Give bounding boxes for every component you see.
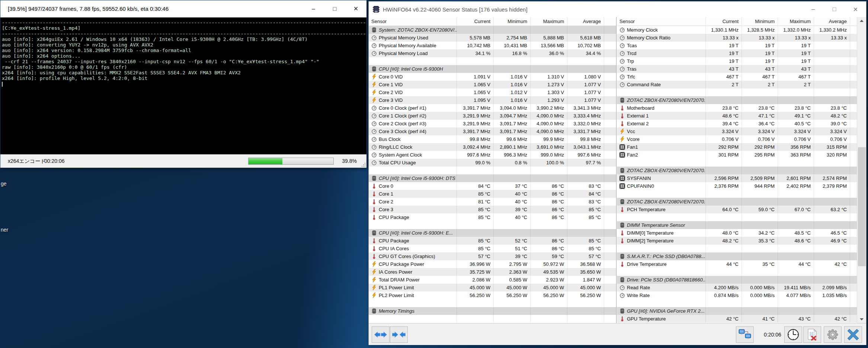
sensor-row[interactable]: CPU IA Cores85 °C51 °C86 °C85 °C [369,245,616,252]
column-header-minimum[interactable]: Minimum [742,17,778,26]
sensor-row[interactable]: Trfc467 T467 T467 T [617,73,857,81]
sensor-row[interactable]: PCH Temperature64.0 °C59.0 °C67.0 °C63.2… [617,206,857,213]
remote-monitoring-button[interactable] [736,326,754,343]
sensor-row[interactable]: Read Rate4.200 MB/s0.000 MB/s19.411 MB/s… [617,284,857,291]
resize-grip[interactable] [361,162,365,167]
sensor-label: Write Rate [627,293,650,298]
close-sensors-button[interactable] [844,326,862,343]
sensor-row[interactable]: Memory Clock Ratio13.33 x13.33 x13.33 x1… [617,34,857,42]
sensor-row[interactable]: Fan1292 RPM292 RPM356 RPM315 RPM [617,143,857,151]
sensor-row[interactable]: Core 1 Clock (perf #2)3,291.9 MHz3,094.7… [369,112,616,120]
sensor-row[interactable]: Write Rate0.874 MB/s0.000 MB/s4.077 MB/s… [617,291,857,299]
column-header-average[interactable]: Average [814,17,850,26]
sensor-row[interactable]: Core 0 VID1.091 V1.016 V1.310 V1.080 V [369,73,616,81]
column-header-current[interactable]: Current [705,17,742,26]
scroll-down-icon[interactable] [857,316,866,323]
sensor-row[interactable]: External 148.6 °C47.1 °C49.1 °C48.2 °C [617,112,857,120]
sensor-row[interactable]: CPU GT Cores (Graphics)57 °C39 °C59 °C57… [369,252,616,260]
column-header-maximum[interactable]: Maximum [778,17,814,26]
sensor-value: 23.8 °C [705,104,742,112]
sensor-row[interactable]: Core 2 VID1.065 V1.012 V1.303 V1.077 V [369,88,616,96]
sensor-row[interactable]: Command Rate2 T2 T2 T [617,81,857,88]
sensor-row[interactable]: Vcc3.324 V3.324 V3.324 V3.324 V [617,128,857,135]
maximize-button[interactable]: □ [824,1,845,17]
sensor-section-row[interactable]: Memory Timings [369,307,616,315]
sensor-row[interactable]: PL2 Power Limit56.250 W56.250 W56.250 W5… [369,291,616,299]
scrollbar-thumb[interactable] [858,147,866,266]
sensor-row[interactable]: Vcore0.706 V0.706 V0.706 V0.706 V [617,135,857,143]
sensor-row[interactable]: IA Cores Power35.725 W2.363 W49.535 W35.… [369,268,616,276]
sensor-section-row[interactable]: CPU [#0]: Intel Core i5-9300H: E... [369,229,616,237]
clock-button[interactable] [784,326,802,343]
sensor-section-row[interactable]: CPU [#0]: Intel Core i5-9300H: DTS [369,174,616,182]
sensor-row[interactable]: Core 2 Clock (perf #3)3,291.9 MHz3,091.7… [369,120,616,128]
sensor-row[interactable]: Bus Clock99.8 MHz99.6 MHz99.9 MHz99.8 MH… [369,135,616,143]
sensor-section-row[interactable]: Drive: PCIe SSD (DB0A078818660... [617,276,857,284]
vertical-scrollbar[interactable] [857,17,866,323]
close-button[interactable]: ✕ [345,0,366,17]
column-header-average[interactable]: Average [567,17,604,26]
sensor-section-row[interactable]: ZOTAC ZBOX-EN72080V/EN72070... [617,167,857,174]
sensor-row[interactable]: SYSFANIN2,596 RPM2,509 RPM2,601 RPM2,574… [617,174,857,182]
sensor-row[interactable]: External 239.4 °C36.4 °C40.5 °C39.0 °C [617,120,857,128]
expand-columns-button[interactable] [372,326,390,343]
sensor-row[interactable]: Total DRAM Power2.086 W0.585 W2.923 W1.8… [369,276,616,284]
sensor-section-row[interactable]: ZOTAC ZBOX-EN72080V/EN72070... [617,198,857,206]
sensor-section-row[interactable]: DIMM Temperature Sensor [617,221,857,229]
sensor-row[interactable]: Core 3 VID1.095 V1.016 V1.293 V1.077 V [369,96,616,104]
console-line: auo [info]: x264guiEx 2.61 / Windows 10 … [2,36,366,42]
maximize-button[interactable]: □ [324,0,345,17]
sensor-section-row[interactable]: System: ZOTAC ZBOX-EN72080V/... [369,26,616,34]
sensor-row[interactable]: Tcas19 T19 T19 T [617,42,857,49]
sensor-row[interactable]: Trp19 T19 T19 T [617,57,857,65]
close-button[interactable]: ✕ [845,1,866,17]
sensor-row[interactable]: Physical Memory Available10,742 MB10,431… [369,42,616,49]
sensor-row[interactable]: CPUFANIN02,376 RPM944 RPM2,402 RPM2,379 … [617,182,857,190]
sensor-row[interactable]: Tras43 T43 T43 T [617,65,857,73]
sensor-row[interactable]: System Agent Clock997.6 MHz996.3 MHz999.… [369,151,616,159]
sensor-row[interactable]: DIMM[0] Temperature48.0 °C34.2 °C48.5 °C… [617,229,857,237]
sensor-row[interactable]: Core 3 Clock (perf #4)3,391.7 MHz3,091.7… [369,128,616,135]
sensor-row[interactable]: Core 1 VID1.065 V1.016 V1.273 V1.077 V [369,81,616,88]
column-header-current[interactable]: Current [457,17,493,26]
sensor-row[interactable]: Trcd19 T19 T19 T [617,49,857,57]
sensor-section-row[interactable]: ZOTAC ZBOX-EN72080V/EN72070... [617,96,857,104]
console-titlebar[interactable]: [39.5%] 9497/24037 frames, 7.88 fps, 595… [0,0,366,17]
sensor-section-row[interactable]: S.M.A.R.T.: PCIe SSD (DB0A0788... [617,252,857,260]
sensor-value [742,252,778,260]
minimize-button[interactable]: – [303,0,324,17]
sensor-row[interactable]: Motherboard23.8 °C23.8 °C23.8 °C23.8 °C [617,104,857,112]
sensor-row[interactable]: Physical Memory Load34.1 %16.8 %36.0 %34… [369,49,616,57]
column-header-sensor[interactable]: Sensor [617,17,705,26]
minimize-button[interactable]: – [803,1,824,17]
sensor-section-row[interactable]: GPU [#0]: NVIDIA GeForce RTX 2... [617,307,857,315]
sensor-row[interactable]: DIMM[2] Temperature48.2 °C35.3 °C48.6 °C… [617,237,857,245]
sensor-row[interactable]: PL1 Power Limit45.000 W45.000 W45.000 W4… [369,284,616,291]
sensor-row[interactable]: Total CPU Usage99.0 %0.8 %100.0 %97.7 % [369,159,616,167]
hwinfo-titlebar[interactable]: HWiNFO64 v6.22-4060 Sensor Status [176 v… [369,1,866,17]
desktop-icon-label[interactable]: ge [1,181,7,187]
desktop-icon-label[interactable]: ner [1,227,8,233]
remove-report-button[interactable] [803,326,821,343]
sensor-row[interactable]: Core 0 Clock (perf #1)3,391.7 MHz3,094.0… [369,104,616,112]
sensor-row[interactable]: Ring/LLC Clock3,092.4 MHz2,890.1 MHz3,69… [369,143,616,151]
column-header-minimum[interactable]: Minimum [493,17,530,26]
scroll-up-icon[interactable] [857,17,866,25]
sensor-row[interactable]: CPU Package85 °C40 °C86 °C85 °C [369,213,616,221]
column-header-maximum[interactable]: Maximum [530,17,567,26]
sensor-row[interactable]: Core 385 °C39 °C86 °C85 °C [369,206,616,213]
sensor-row[interactable]: CPU Package85 °C52 °C86 °C85 °C [369,237,616,245]
sensor-row[interactable]: GPU Temperature42 °C41 °C43 °C42 °C [617,315,857,323]
sensor-row[interactable]: Physical Memory Used5,578 MB2,754 MB5,88… [369,34,616,42]
collapse-columns-button[interactable] [390,326,408,343]
settings-button[interactable] [824,326,842,343]
sensor-row[interactable]: Memory Clock1,330.1 MHz1,328.5 MHz1,332.… [617,26,857,34]
sensor-row[interactable]: Core 281 °C40 °C86 °C83 °C [369,198,616,206]
sensor-row[interactable]: Core 084 °C37 °C86 °C83 °C [369,182,616,190]
sensor-section-row[interactable]: CPU [#0]: Intel Core i5-9300H [369,65,616,73]
sensor-row[interactable]: Fan2301 RPM295 RPM363 RPM320 RPM [617,151,857,159]
sensor-row[interactable]: CPU Package Power36.996 W2.795 W50.972 W… [369,260,616,268]
sensor-row[interactable]: Core 185 °C40 °C86 °C84 °C [369,190,616,198]
column-header-sensor[interactable]: Sensor [369,17,457,26]
sensor-row[interactable]: Drive Temperature44 °C35 °C44 °C42 °C [617,260,857,268]
